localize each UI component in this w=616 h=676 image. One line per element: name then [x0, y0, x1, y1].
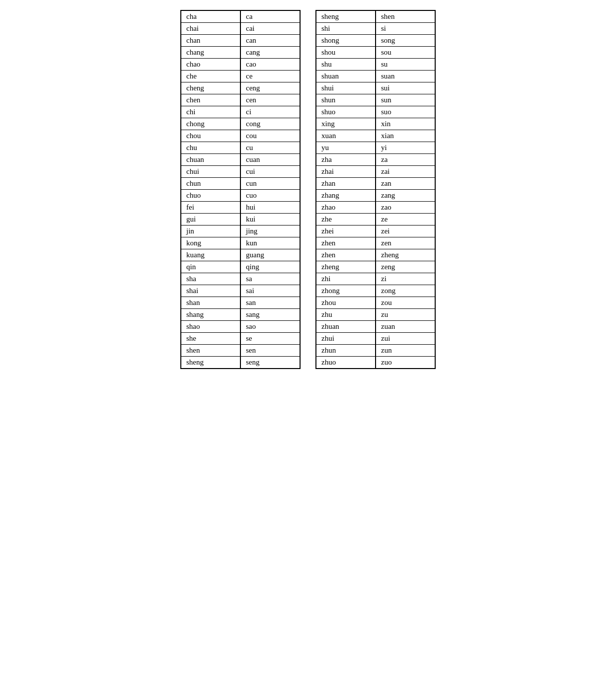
table-row: choucou	[181, 130, 300, 142]
table-row: kuangguang	[181, 249, 300, 261]
table-row: jinjing	[181, 225, 300, 237]
table-row: chece	[181, 71, 300, 82]
table-row: chuancuan	[181, 154, 300, 166]
table-row: zhanzan	[316, 178, 435, 190]
table-row: feihui	[181, 202, 300, 214]
table-row: zhongzong	[316, 285, 435, 297]
table-row: yuyi	[316, 142, 435, 154]
table-row: chuncun	[181, 178, 300, 190]
table-row: changcang	[181, 47, 300, 59]
table-row: shasa	[181, 273, 300, 285]
table-row: kongkun	[181, 237, 300, 249]
table-row: shaosao	[181, 321, 300, 333]
table-row: chici	[181, 106, 300, 118]
table-row: shongsong	[316, 35, 435, 47]
table-row: shengseng	[181, 357, 300, 369]
table-row: zheizei	[316, 225, 435, 237]
table-row: zhaza	[316, 154, 435, 166]
table-row: zhenzen	[316, 237, 435, 249]
table-row: shusu	[316, 59, 435, 71]
table-row: chengceng	[181, 82, 300, 94]
table-row: xuanxian	[316, 130, 435, 142]
table-row: shangsang	[181, 309, 300, 321]
table-row: zhunzun	[316, 345, 435, 357]
table-row: shousou	[316, 47, 435, 59]
table-row: chaca	[181, 10, 300, 23]
table-row: zhaozao	[316, 202, 435, 214]
table-row: chuocuo	[181, 190, 300, 202]
table-row: shuansuan	[316, 71, 435, 82]
table-row: shansan	[181, 297, 300, 309]
table-row: shaisai	[181, 285, 300, 297]
left-table: chacachaicaichancanchangcangchaocaochece…	[180, 10, 301, 369]
table-row: chuicui	[181, 166, 300, 178]
table-row: guikui	[181, 214, 300, 225]
table-row: zhuizui	[316, 333, 435, 345]
table-row: shuisui	[316, 82, 435, 94]
table-row: shensen	[181, 345, 300, 357]
table-row: xingxin	[316, 118, 435, 130]
table-row: zhouzou	[316, 297, 435, 309]
table-row: shengshen	[316, 10, 435, 23]
table-row: shuosuo	[316, 106, 435, 118]
table-row: chaicai	[181, 23, 300, 35]
table-row: chucu	[181, 142, 300, 154]
table-row: chaocao	[181, 59, 300, 71]
table-row: zhaizai	[316, 166, 435, 178]
right-table: shengshenshisishongsongshousoushusushuan…	[315, 10, 436, 369]
table-row: chancan	[181, 35, 300, 47]
table-row: zhuanzuan	[316, 321, 435, 333]
table-row: shisi	[316, 23, 435, 35]
main-container: chacachaicaichancanchangcangchaocaochece…	[180, 10, 436, 369]
table-row: chencen	[181, 94, 300, 106]
table-row: zhuozuo	[316, 357, 435, 369]
table-row: zheze	[316, 214, 435, 225]
table-row: zhenzheng	[316, 249, 435, 261]
table-row: shese	[181, 333, 300, 345]
table-row: zhangzang	[316, 190, 435, 202]
table-row: shunsun	[316, 94, 435, 106]
table-row: zhizi	[316, 273, 435, 285]
table-row: chongcong	[181, 118, 300, 130]
table-row: qinqing	[181, 261, 300, 273]
table-row: zhengzeng	[316, 261, 435, 273]
table-row: zhuzu	[316, 309, 435, 321]
